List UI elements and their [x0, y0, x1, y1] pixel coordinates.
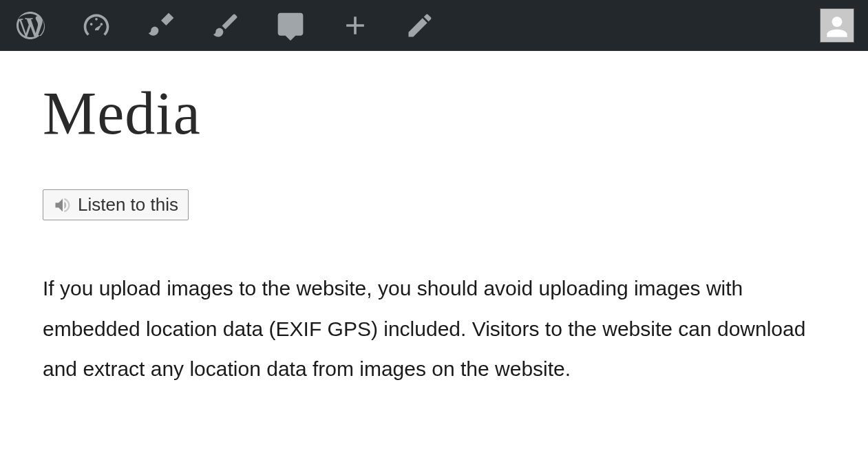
body-paragraph: If you upload images to the website, you…	[43, 269, 814, 390]
add-new-icon[interactable]	[340, 10, 370, 41]
wordpress-logo-icon[interactable]	[14, 9, 47, 42]
admin-bar	[0, 0, 868, 51]
dashboard-icon[interactable]	[81, 10, 112, 41]
paintbrush-icon[interactable]	[211, 10, 241, 41]
page-title: Media	[43, 78, 825, 148]
page-content: Media Listen to this If you upload image…	[0, 51, 868, 417]
admin-bar-left	[14, 9, 435, 42]
user-avatar[interactable]	[820, 8, 854, 43]
listen-button-label: Listen to this	[78, 194, 178, 216]
comment-icon[interactable]	[275, 10, 306, 41]
listen-button[interactable]: Listen to this	[43, 189, 189, 220]
customize-brush-icon[interactable]	[146, 10, 176, 41]
edit-pencil-icon[interactable]	[405, 10, 435, 41]
speaker-icon	[53, 196, 72, 215]
